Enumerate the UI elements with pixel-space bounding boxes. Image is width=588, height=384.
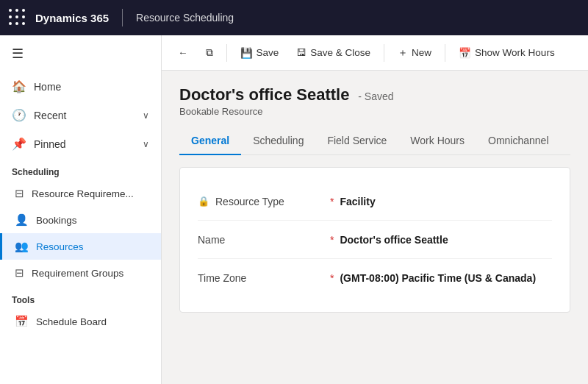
top-bar-divider <box>122 9 123 26</box>
lock-icon: 🔒 <box>198 196 209 207</box>
bookings-icon: 👤 <box>15 213 29 227</box>
command-bar: ← ⧉ 💾 Save 🖫 Save & Close ＋ New 📅 <box>162 35 588 71</box>
sidebar-item-schedule-board[interactable]: 📅 Schedule Board <box>0 308 161 335</box>
sidebar-item-requirement-groups[interactable]: ⊟ Requirement Groups <box>0 260 161 286</box>
sidebar-item-pinned-label: Pinned <box>34 138 66 150</box>
name-label: Name <box>198 234 330 246</box>
tools-section-title: Tools <box>0 286 161 308</box>
chevron-down-icon: ∨ <box>143 139 149 149</box>
pin-icon: 📌 <box>12 137 26 151</box>
required-indicator-name: * <box>330 234 334 246</box>
tab-work-hours[interactable]: Work Hours <box>398 127 476 155</box>
sidebar-label-schedule-board: Schedule Board <box>36 316 107 327</box>
top-navigation-bar: Dynamics 365 Resource Scheduling <box>0 0 588 35</box>
tab-bar: General Scheduling Field Service Work Ho… <box>179 127 570 155</box>
list-icon: ⊟ <box>15 187 24 200</box>
resources-icon: 👥 <box>15 240 29 253</box>
back-icon: ← <box>178 47 188 58</box>
save-button[interactable]: 💾 Save <box>233 43 287 63</box>
sidebar-item-pinned[interactable]: 📌 Pinned ∨ <box>0 129 161 158</box>
sidebar-label-bookings: Bookings <box>36 215 77 226</box>
toolbar-divider <box>226 44 227 62</box>
tab-omnichannel[interactable]: Omnichannel <box>476 127 561 155</box>
form-row-name: Name * Doctor's office Seattle <box>198 221 552 259</box>
sidebar-label-requirement-groups: Requirement Groups <box>32 268 123 279</box>
sidebar-item-bookings[interactable]: 👤 Bookings <box>0 207 161 233</box>
page-title: Doctor's office Seattle - Saved <box>179 85 570 104</box>
schedule-board-icon: 📅 <box>15 315 29 328</box>
home-icon: 🏠 <box>12 79 26 93</box>
save-icon: 💾 <box>240 47 253 59</box>
popout-icon: ⧉ <box>206 47 213 59</box>
record-name: Doctor's office Seattle <box>179 85 349 104</box>
sidebar-item-resources[interactable]: 👥 Resources <box>0 233 161 260</box>
show-work-hours-button[interactable]: 📅 Show Work Hours <box>451 43 562 63</box>
time-zone-label: Time Zone <box>198 272 330 284</box>
sidebar-label-resources: Resources <box>36 241 84 252</box>
time-zone-value[interactable]: (GMT-08:00) Pacific Time (US & Canada) <box>340 272 536 284</box>
chevron-down-icon: ∨ <box>143 110 149 121</box>
resource-type-label: 🔒 Resource Type <box>198 196 330 207</box>
tab-scheduling[interactable]: Scheduling <box>241 127 315 155</box>
resource-type-value[interactable]: Facility <box>340 196 375 207</box>
add-icon: ＋ <box>398 46 408 60</box>
sidebar-label-resource-requirements: Resource Requireme... <box>32 188 134 199</box>
save-close-icon: 🖫 <box>296 47 306 58</box>
recent-icon: 🕐 <box>12 108 26 122</box>
name-value[interactable]: Doctor's office Seattle <box>340 234 448 246</box>
main-content-area: ← ⧉ 💾 Save 🖫 Save & Close ＋ New 📅 <box>162 35 588 384</box>
form-row-time-zone: Time Zone * (GMT-08:00) Pacific Time (US… <box>198 259 552 297</box>
toolbar-divider-2 <box>384 44 384 62</box>
form-content: Doctor's office Seattle - Saved Bookable… <box>162 71 588 384</box>
new-label: New <box>412 47 431 58</box>
save-close-button[interactable]: 🖫 Save & Close <box>289 43 378 63</box>
calendar-icon: 📅 <box>459 47 471 59</box>
app-title: Dynamics 365 <box>35 12 109 24</box>
tab-field-service[interactable]: Field Service <box>315 127 398 155</box>
save-label: Save <box>257 47 279 58</box>
requirement-groups-icon: ⊟ <box>15 266 24 280</box>
back-button[interactable]: ← <box>171 43 196 63</box>
save-close-label: Save & Close <box>310 47 370 58</box>
hamburger-icon: ☰ <box>12 46 24 62</box>
sidebar-item-home[interactable]: 🏠 Home <box>0 72 161 101</box>
toolbar-divider-3 <box>445 44 445 62</box>
popout-button[interactable]: ⧉ <box>198 43 220 63</box>
general-form-card: 🔒 Resource Type * Facility Name * Doctor… <box>179 167 570 313</box>
required-indicator: * <box>330 196 334 207</box>
sidebar-item-resource-requirements[interactable]: ⊟ Resource Requireme... <box>0 180 161 207</box>
sidebar-item-recent-label: Recent <box>34 110 66 121</box>
record-type-label: Bookable Resource <box>179 106 570 117</box>
saved-status: - Saved <box>358 90 393 102</box>
record-header: Doctor's office Seattle - Saved Bookable… <box>179 85 570 117</box>
form-row-resource-type: 🔒 Resource Type * Facility <box>198 182 552 221</box>
required-indicator-tz: * <box>330 272 334 284</box>
sidebar-menu-toggle[interactable]: ☰ <box>0 35 161 72</box>
new-button[interactable]: ＋ New <box>390 42 439 64</box>
app-launcher-icon[interactable] <box>9 9 26 26</box>
scheduling-section-title: Scheduling <box>0 158 161 180</box>
sidebar-item-recent[interactable]: 🕐 Recent ∨ <box>0 101 161 129</box>
sidebar-item-home-label: Home <box>34 81 61 93</box>
tab-general[interactable]: General <box>179 127 241 155</box>
show-work-hours-label: Show Work Hours <box>475 47 555 58</box>
sidebar: ☰ 🏠 Home 🕐 Recent ∨ 📌 Pinned ∨ Schedulin… <box>0 35 162 384</box>
module-title: Resource Scheduling <box>136 12 234 24</box>
